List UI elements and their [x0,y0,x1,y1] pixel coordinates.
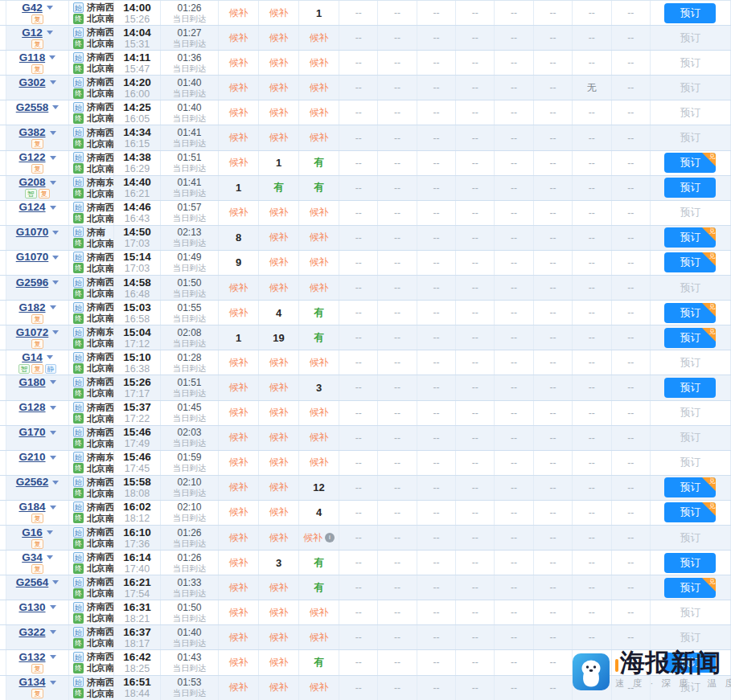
seat-value[interactable]: 候补 [229,681,248,694]
seat-cell[interactable]: 候补 [219,501,259,525]
chevron-down-icon[interactable] [50,305,56,309]
seat-value[interactable]: 候补 [303,531,322,545]
seat-value[interactable]: 候补 [229,556,248,570]
seat-cell[interactable]: 候补 [219,201,259,225]
seat-cell[interactable]: 候补 [299,201,339,225]
seat-value[interactable]: 候补 [269,131,289,145]
book-button[interactable]: 预订兑 [664,153,716,173]
chevron-down-icon[interactable] [47,31,53,35]
seat-cell[interactable]: 候补 [219,375,259,399]
chevron-down-icon[interactable] [47,555,53,559]
chevron-down-icon[interactable] [50,206,56,210]
train-number-link[interactable]: G1070 [16,252,49,263]
seat-cell[interactable]: 候补 [259,125,299,149]
train-number-link[interactable]: G1072 [16,327,49,338]
chevron-down-icon[interactable] [50,131,56,135]
seat-cell[interactable]: 候补 [219,401,259,425]
seat-cell[interactable]: 候补 [219,575,259,600]
seat-value[interactable]: 候补 [229,606,248,620]
seat-cell[interactable]: 9 [219,251,259,275]
seat-value[interactable]: 候补 [229,656,248,669]
seat-value[interactable]: 候补 [269,581,289,595]
seat-value[interactable]: 候补 [310,631,329,645]
chevron-down-icon[interactable] [50,506,56,510]
seat-value[interactable]: 候补 [269,431,289,444]
seat-cell[interactable]: 候补 [259,426,299,450]
seat-cell[interactable]: 8 [219,226,259,250]
chevron-down-icon[interactable] [50,406,56,410]
seat-cell[interactable]: 候补 [219,476,259,500]
seat-value[interactable]: 候补 [310,231,329,244]
seat-cell[interactable]: 候补 [299,76,339,100]
chevron-down-icon[interactable] [50,605,56,609]
seat-value[interactable]: 候补 [269,606,289,620]
seat-cell[interactable]: 候补 [259,276,299,300]
seat-value[interactable]: 候补 [269,381,289,395]
seat-cell[interactable]: 候补 [259,451,299,475]
seat-cell[interactable]: 候补 [219,151,259,175]
seat-cell[interactable]: 候补 [259,375,299,399]
seat-cell[interactable]: 候补 [259,401,299,425]
seat-cell[interactable]: 候补 [299,125,339,149]
seat-value[interactable]: 9 [236,256,241,268]
seat-value[interactable]: 有 [314,656,324,669]
seat-cell[interactable]: 有 [299,151,339,175]
seat-cell[interactable]: 候补 [299,676,339,700]
chevron-down-icon[interactable] [50,380,56,384]
seat-cell[interactable]: 候补 [259,201,299,225]
seat-cell[interactable]: 候补 [259,575,299,600]
seat-cell[interactable]: 候补 [259,650,299,674]
seat-cell[interactable]: 1 [259,151,299,175]
seat-value[interactable]: 候补 [229,106,248,120]
train-number-link[interactable]: G14 [22,352,43,363]
seat-value[interactable]: 3 [276,557,281,569]
seat-value[interactable]: 候补 [269,681,289,694]
seat-cell[interactable]: 候补 [299,401,339,425]
chevron-down-icon[interactable] [50,655,56,659]
seat-value[interactable]: 候补 [229,431,248,444]
seat-value[interactable]: 候补 [269,481,289,494]
seat-value[interactable]: 候补 [269,231,289,244]
chevron-down-icon[interactable] [50,456,56,460]
book-button[interactable]: 预订兑 [664,477,716,497]
seat-cell[interactable]: 候补 [299,625,339,649]
train-number-link[interactable]: G184 [18,501,45,513]
seat-value[interactable]: 1 [236,182,241,194]
seat-value[interactable]: 候补 [310,281,329,295]
seat-value[interactable]: 候补 [229,281,248,295]
seat-cell[interactable]: 候补 [219,26,259,50]
seat-value[interactable]: 候补 [269,81,289,95]
seat-value[interactable]: 有 [314,331,324,345]
book-button[interactable]: 预订 [664,378,716,398]
seat-value[interactable]: 4 [276,307,281,319]
seat-value[interactable]: 8 [236,231,241,244]
seat-value[interactable]: 候补 [229,31,248,45]
seat-cell[interactable]: 1 [219,325,259,350]
train-number-link[interactable]: G2562 [16,477,49,488]
train-number-link[interactable]: G170 [18,427,45,438]
seat-value[interactable]: 候补 [310,256,329,269]
seat-value[interactable]: 候补 [229,206,248,219]
book-button[interactable]: 预订兑 [664,303,716,323]
seat-value[interactable]: 候补 [310,31,329,45]
seat-cell[interactable]: 候补 [219,350,259,375]
chevron-down-icon[interactable] [50,181,56,185]
train-number-link[interactable]: G34 [22,552,43,563]
seat-cell[interactable]: 候补 [259,1,299,25]
seat-value[interactable]: 候补 [229,581,248,595]
seat-value[interactable]: 候补 [269,31,289,45]
seat-value[interactable]: 有 [314,556,324,570]
seat-value[interactable]: 1 [316,7,322,19]
seat-cell[interactable]: 候补 [299,350,339,375]
chevron-down-icon[interactable] [47,6,53,10]
book-button[interactable]: 预订兑 [664,227,716,248]
seat-cell[interactable]: 有 [259,176,299,200]
seat-value[interactable]: 候补 [269,56,289,70]
seat-value[interactable]: 候补 [310,56,329,70]
chevron-down-icon[interactable] [50,80,56,84]
seat-value[interactable]: 3 [316,382,322,394]
seat-cell[interactable]: 12 [299,476,339,500]
seat-cell[interactable]: 候补 [299,226,339,250]
seat-value[interactable]: 候补 [229,406,248,420]
seat-value[interactable]: 候补 [229,456,248,469]
